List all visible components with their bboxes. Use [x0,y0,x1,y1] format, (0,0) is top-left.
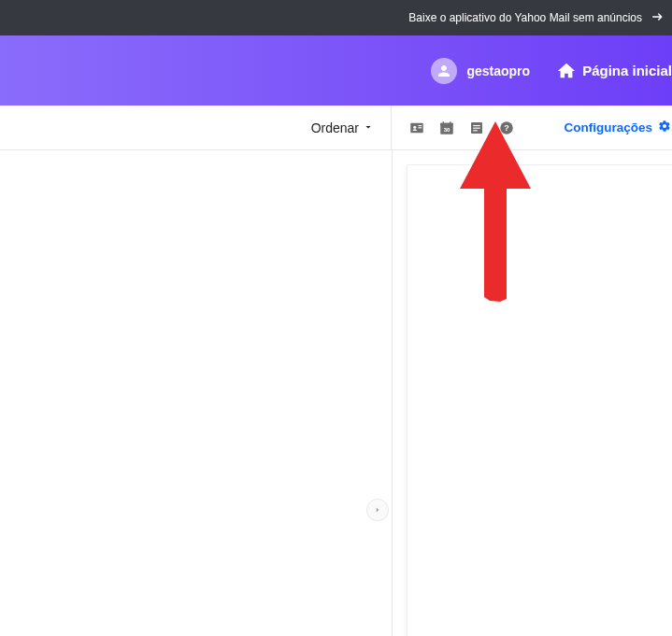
home-icon [550,61,582,81]
header-bar: gestaopro Página inicial [0,35,672,106]
message-list-pane [0,150,392,636]
svg-rect-2 [419,125,422,126]
promo-topbar: Baixe o aplicativo do Yahoo Mail sem anú… [0,0,672,35]
settings-link[interactable]: Configurações [564,120,672,135]
svg-rect-10 [473,127,480,128]
preview-panel [407,164,672,636]
svg-rect-6 [443,121,445,124]
collapse-handle[interactable] [367,500,388,520]
help-icon[interactable]: ? [498,120,515,136]
sort-button[interactable]: Ordenar [311,120,374,135]
arrow-right-icon[interactable] [650,8,666,28]
svg-rect-9 [473,125,480,126]
svg-text:?: ? [504,123,509,133]
preview-pane [393,150,672,636]
calendar-icon[interactable]: 30 [438,120,455,136]
svg-point-1 [413,125,416,128]
svg-rect-3 [419,127,422,128]
toolbar-right: 30 ? Configurações [392,106,672,149]
icon-group: 30 ? [408,120,515,136]
svg-rect-11 [473,130,478,131]
sort-label: Ordenar [311,120,359,135]
gear-icon [658,120,671,135]
toolbar-left: Ordenar [0,106,391,149]
settings-label: Configurações [564,120,652,134]
svg-rect-5 [440,122,453,125]
user-block[interactable]: gestaopro [431,58,530,84]
notepad-icon[interactable] [468,120,485,136]
toolbar: Ordenar 30 ? Configurações [0,106,672,150]
svg-rect-7 [450,121,451,124]
promo-text[interactable]: Baixe o aplicativo do Yahoo Mail sem anú… [408,11,642,24]
home-label: Página inicial [582,63,672,78]
home-link[interactable]: Página inicial [550,61,672,81]
chevron-down-icon [363,120,374,135]
content-area [0,150,672,636]
calendar-day-text: 30 [444,127,450,133]
username-label: gestaopro [466,64,530,78]
contacts-icon[interactable] [408,120,425,136]
avatar [431,58,457,84]
